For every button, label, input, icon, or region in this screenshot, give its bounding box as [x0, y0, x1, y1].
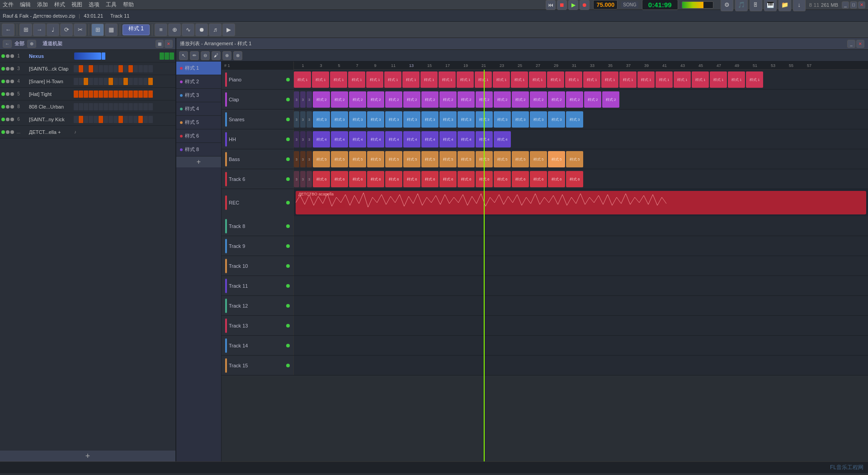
- track-content-8[interactable]: [294, 216, 868, 236]
- ch-pad[interactable]: [84, 78, 88, 85]
- menu-options[interactable]: 选项: [89, 1, 99, 9]
- playlist-tool-paint[interactable]: 🖌: [212, 51, 221, 60]
- ch-pad[interactable]: [84, 103, 88, 110]
- track-name-8[interactable]: Track 8: [222, 216, 294, 236]
- ch-pad[interactable]: [128, 103, 133, 110]
- track-name-10[interactable]: Track 10: [222, 256, 294, 276]
- ch-pad[interactable]: [113, 116, 118, 123]
- ch-mute-6[interactable]: [6, 118, 9, 121]
- toolbar-effect[interactable]: ⊕: [168, 24, 181, 36]
- ch-solo-8[interactable]: [10, 105, 14, 109]
- ch-pad[interactable]: [94, 65, 98, 72]
- download-icon[interactable]: ↓: [793, 0, 806, 11]
- ch-pad[interactable]: [138, 65, 143, 72]
- track-content-snares[interactable]: 3 3 3 样式 3 样式 3 样式 3 样式 3 样式 3 样式 3 样式 3: [294, 109, 868, 129]
- playlist-tool-pencil[interactable]: ✏: [190, 51, 199, 60]
- ch-pad[interactable]: [123, 103, 128, 110]
- rack-filter-btn[interactable]: ⊕: [27, 40, 36, 48]
- rack-view-btn[interactable]: ▦: [156, 40, 164, 48]
- ch-mute-1[interactable]: [6, 54, 9, 58]
- ch-pad[interactable]: [128, 116, 133, 123]
- ch-pad[interactable]: [104, 65, 108, 72]
- ch-name-3[interactable]: [SAINT6...ck Clap: [27, 66, 72, 71]
- ch-pad[interactable]: [128, 78, 133, 85]
- ch-mute-5[interactable]: [6, 92, 9, 96]
- play-button[interactable]: ▶: [568, 0, 578, 10]
- track-name-13[interactable]: Track 13: [222, 316, 294, 335]
- pattern-item-1[interactable]: 样式 1: [176, 62, 221, 75]
- track-content-6[interactable]: 3 3 3 样式 6 样式 6 样式 6 样式 6 样式 6 样式 6 样式 6: [294, 169, 868, 189]
- ch-pad[interactable]: [84, 65, 88, 72]
- ch-pad[interactable]: [128, 65, 133, 72]
- ch-pad[interactable]: [108, 116, 113, 123]
- track-name-6[interactable]: Track 6: [222, 169, 294, 189]
- track-content-11[interactable]: [294, 276, 868, 295]
- playlist-tool-mute[interactable]: ⊗: [233, 51, 242, 60]
- ch-pad[interactable]: [108, 78, 113, 85]
- ch-mute-4[interactable]: [6, 80, 9, 83]
- ch-name-6[interactable]: [SAINT...ny Kick: [27, 117, 72, 122]
- ch-pad[interactable]: [118, 116, 123, 123]
- ch-name-audio[interactable]: ДЕТСТ...ella +: [27, 129, 72, 135]
- ch-pad[interactable]: [104, 116, 108, 123]
- track-content-12[interactable]: [294, 296, 868, 315]
- ch-pad[interactable]: [148, 78, 153, 85]
- menu-view[interactable]: 视图: [71, 1, 82, 9]
- tempo-display[interactable]: 75.000: [593, 0, 618, 10]
- ch-pad[interactable]: [128, 90, 133, 98]
- track-content-clap[interactable]: 3 3 3 样式 2 样式 2 样式 2 样式 2 样式 2 样式 2 样式 2: [294, 90, 868, 109]
- ch-pad[interactable]: [138, 103, 143, 110]
- track-name-hh[interactable]: HH: [222, 129, 294, 149]
- ch-mute-3[interactable]: [6, 67, 9, 71]
- pattern-item-5[interactable]: 样式 5: [176, 116, 221, 129]
- menu-pattern[interactable]: 样式: [54, 1, 65, 9]
- ch-pad[interactable]: [79, 65, 83, 72]
- ch-pad[interactable]: [108, 90, 113, 98]
- track-content-hh[interactable]: 3 3 3 样式 4 样式 4 样式 4 样式 4 样式 4 样式 4 样式 4: [294, 129, 868, 149]
- track-dot-8[interactable]: [286, 224, 290, 228]
- track-content-13[interactable]: [294, 316, 868, 335]
- track-dot-14[interactable]: [286, 344, 290, 347]
- track-dot-11[interactable]: [286, 284, 290, 288]
- ch-pad[interactable]: [118, 90, 123, 98]
- ch-name-4[interactable]: [Snare] H-Town: [27, 79, 72, 84]
- ch-pad[interactable]: [133, 90, 138, 98]
- ch-pad[interactable]: [143, 116, 148, 123]
- pattern-item-6[interactable]: 样式 6: [176, 129, 221, 143]
- ch-pad[interactable]: [123, 90, 128, 98]
- ch-pad[interactable]: [89, 78, 93, 85]
- ch-pad[interactable]: [138, 116, 143, 123]
- ch-pad[interactable]: [74, 78, 78, 85]
- ch-pad[interactable]: [133, 78, 138, 85]
- ch-pad[interactable]: [89, 103, 93, 110]
- ch-active-1[interactable]: [1, 54, 5, 58]
- maximize-button[interactable]: □: [850, 1, 857, 9]
- browser-icon[interactable]: 📁: [778, 0, 791, 11]
- menu-add[interactable]: 添加: [37, 1, 48, 9]
- track-dot-10[interactable]: [286, 264, 290, 268]
- ch-pad[interactable]: [84, 90, 88, 98]
- track-name-snares[interactable]: Snares: [222, 109, 294, 129]
- ch-pad[interactable]: [148, 90, 153, 98]
- settings-icon[interactable]: ⚙: [721, 0, 733, 11]
- ch-active-5[interactable]: [1, 92, 5, 96]
- toolbar-piano2[interactable]: ♬: [209, 24, 222, 36]
- ch-pad[interactable]: [79, 90, 83, 98]
- menu-help[interactable]: 帮助: [123, 1, 134, 9]
- track-name-15[interactable]: Track 15: [222, 356, 294, 375]
- ch-pad[interactable]: [79, 103, 83, 110]
- ch-pad[interactable]: [138, 78, 143, 85]
- ch-solo-6[interactable]: [10, 118, 14, 121]
- ch-pad[interactable]: [104, 78, 108, 85]
- track-dot-13[interactable]: [286, 324, 290, 328]
- ch-pad[interactable]: [113, 90, 118, 98]
- track-dot-6[interactable]: [286, 177, 290, 181]
- menu-edit[interactable]: 编辑: [20, 1, 31, 9]
- ch-pad[interactable]: [89, 90, 93, 98]
- playlist-tool-select[interactable]: ↖: [179, 51, 188, 60]
- track-name-piano[interactable]: Piano: [222, 70, 294, 89]
- track-dot-15[interactable]: [286, 364, 290, 367]
- track-dot-clap[interactable]: [286, 98, 290, 101]
- channel-row[interactable]: 1 Nexus: [0, 50, 175, 62]
- ch-active-audio[interactable]: [1, 130, 5, 134]
